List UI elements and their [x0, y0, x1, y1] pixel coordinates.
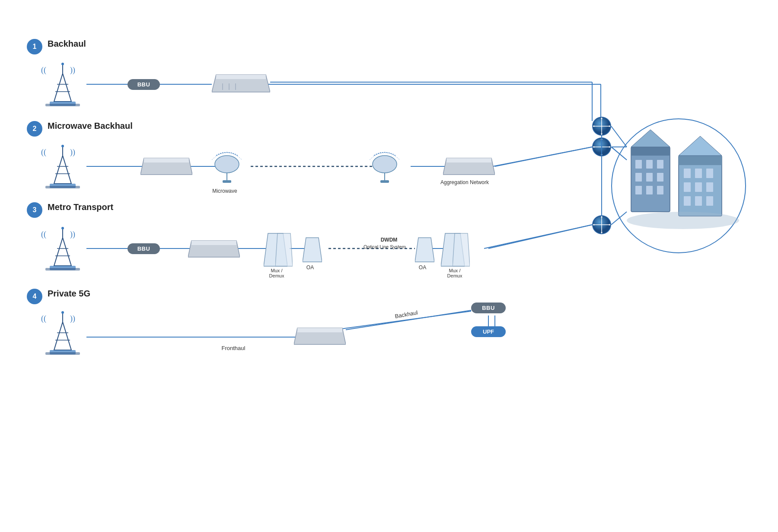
svg-rect-84 [657, 173, 663, 182]
microwave-label: Microwave [205, 188, 244, 194]
svg-rect-29 [45, 104, 80, 106]
bbu-4: BBU [471, 303, 506, 313]
switch-3 [188, 239, 240, 261]
crosshair-node-top [592, 117, 611, 136]
svg-rect-79 [635, 160, 642, 169]
mux-demux-left-2 [275, 233, 293, 269]
mux-demux-left-label: Mux /Demux [259, 268, 294, 278]
oa-left [303, 237, 322, 264]
svg-marker-47 [144, 158, 189, 162]
fronthaul-label: Fronthaul [169, 345, 298, 351]
svg-rect-98 [695, 196, 702, 206]
svg-text:)): )) [70, 148, 75, 157]
svg-rect-53 [380, 180, 389, 183]
svg-text:((: (( [41, 314, 46, 323]
svg-rect-83 [646, 173, 653, 182]
svg-rect-78 [631, 147, 670, 156]
svg-point-48 [215, 156, 239, 173]
switch-2 [140, 156, 192, 178]
crosshair-node-lower [592, 215, 611, 234]
svg-marker-55 [446, 158, 491, 162]
svg-marker-100 [679, 136, 722, 156]
svg-point-135 [61, 311, 64, 314]
svg-marker-129 [54, 322, 71, 350]
tower-3: (( )) [39, 225, 86, 274]
svg-marker-88 [631, 130, 670, 147]
svg-point-51 [373, 156, 397, 173]
bbu-1: BBU [128, 79, 160, 90]
svg-rect-85 [635, 186, 642, 194]
svg-line-8 [493, 147, 592, 166]
svg-text:((: (( [41, 230, 46, 239]
svg-rect-82 [635, 173, 642, 182]
mux-demux-right-2 [453, 233, 470, 269]
svg-point-118 [61, 227, 64, 229]
svg-rect-87 [657, 186, 663, 194]
svg-rect-97 [684, 196, 691, 206]
svg-marker-120 [191, 241, 236, 245]
tower-1: (( )) [39, 61, 86, 110]
svg-rect-90 [679, 156, 722, 165]
section-label-1: Backhaul [48, 39, 86, 49]
svg-marker-123 [303, 238, 322, 262]
svg-rect-91 [684, 169, 691, 178]
svg-rect-81 [657, 160, 663, 169]
svg-rect-86 [646, 186, 653, 194]
diagram-container: 1 Backhaul (( )) BBU [0, 0, 778, 532]
oa-right [415, 237, 434, 264]
section-label-4: Private 5G [48, 289, 90, 299]
section-label-2: Microwave Backhaul [48, 121, 133, 131]
svg-marker-124 [415, 238, 434, 262]
switch-1 [212, 73, 270, 96]
dwdm-label: DWDM [354, 237, 424, 243]
badge-1: 1 [27, 39, 42, 54]
svg-point-31 [61, 63, 64, 65]
svg-rect-94 [684, 182, 691, 192]
svg-marker-137 [297, 328, 342, 332]
svg-marker-112 [54, 238, 71, 266]
upf: UPF [471, 326, 506, 337]
svg-marker-126 [453, 233, 470, 266]
oa-left-label: OA [300, 264, 320, 271]
svg-rect-95 [695, 182, 702, 192]
badge-4: 4 [27, 289, 42, 304]
microwave-dish-right [365, 149, 404, 190]
svg-text:)): )) [70, 66, 75, 75]
aggregation-switch [443, 156, 495, 178]
svg-point-45 [61, 145, 64, 147]
svg-rect-133 [45, 352, 80, 355]
switch-4 [294, 326, 346, 348]
svg-rect-116 [45, 268, 80, 271]
svg-rect-43 [45, 186, 80, 188]
svg-rect-99 [706, 196, 713, 206]
svg-marker-25 [54, 73, 71, 102]
section-label-3: Metro Transport [48, 202, 113, 212]
svg-rect-92 [695, 169, 702, 178]
svg-marker-122 [275, 233, 293, 266]
badge-2: 2 [27, 121, 42, 137]
svg-marker-39 [54, 156, 71, 184]
svg-rect-93 [706, 169, 713, 178]
svg-text:)): )) [70, 230, 75, 239]
crosshair-node-mid [592, 137, 611, 156]
svg-marker-33 [216, 75, 266, 79]
svg-line-16 [484, 225, 592, 248]
microwave-dish-left [207, 149, 246, 190]
svg-rect-96 [706, 182, 713, 192]
badge-3: 3 [27, 202, 42, 218]
svg-text:((: (( [41, 148, 46, 157]
mux-demux-right-label: Mux /Demux [437, 268, 472, 278]
svg-text:)): )) [70, 314, 75, 323]
svg-text:((: (( [41, 66, 46, 75]
tower-2: (( )) [39, 143, 86, 192]
bbu-3: BBU [128, 243, 160, 254]
svg-rect-80 [646, 160, 653, 169]
aggregation-label: Aggregation Network [430, 179, 499, 185]
svg-rect-50 [223, 180, 231, 183]
datacenter-buildings [622, 121, 743, 244]
oa-right-label: OA [413, 264, 432, 271]
svg-point-101 [627, 212, 739, 229]
tower-4: (( )) [39, 309, 86, 358]
